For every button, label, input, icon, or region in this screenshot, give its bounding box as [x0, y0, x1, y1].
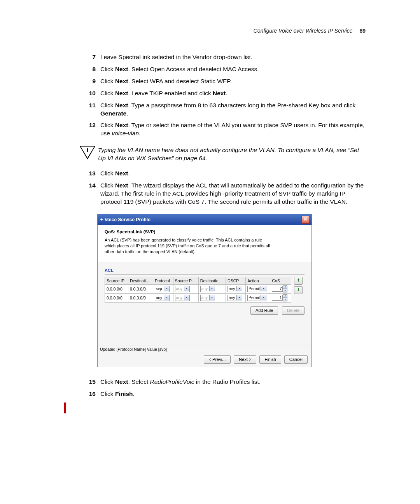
src-port-cell[interactable]: any▾ [173, 293, 198, 302]
step-number: 9 [70, 77, 100, 86]
voice-service-dialog: ✦ Voice Service Profile ✕ QoS: SpectraLi… [97, 214, 312, 367]
previous-button[interactable]: < Previ... [204, 355, 231, 364]
step-text: Click Next. [100, 170, 366, 178]
chevron-down-icon[interactable]: ▾ [209, 286, 215, 291]
step-number: 8 [70, 65, 100, 74]
chevron-down-icon[interactable]: ▾ [184, 286, 189, 291]
step-list-c: 15Click Next. Select RadioProfileVoic in… [70, 378, 366, 398]
header-title: Configure Voice over Wireless IP Service [254, 28, 353, 34]
cancel-button[interactable]: Cancel [284, 355, 308, 364]
chevron-down-icon[interactable]: ▾ [261, 286, 266, 291]
step-row: 13Click Next. [70, 170, 366, 178]
protocol-cell[interactable]: any▾ [153, 293, 173, 302]
spin-up-icon[interactable]: ▴ [283, 294, 287, 298]
step-row: 8Click Next. Select Open Access and dese… [70, 65, 366, 74]
combo-cell[interactable]: Permit▾ [247, 295, 266, 301]
acl-column-header[interactable]: Destinatio... [198, 277, 226, 284]
step-text: Click Next. The wizard displays the ACL … [100, 182, 366, 206]
cos-cell[interactable]: 7▴▾ [270, 284, 291, 293]
protocol-cell[interactable]: svp▾ [153, 284, 173, 293]
combo-cell[interactable]: any▾ [200, 295, 215, 301]
chevron-down-icon[interactable]: ▾ [164, 295, 169, 300]
step-row: 15Click Next. Select RadioProfileVoic in… [70, 378, 366, 386]
combo-cell[interactable]: any▾ [155, 295, 170, 301]
step-text: Leave SpectraLink selected in the Vendor… [100, 53, 366, 61]
change-bar [64, 402, 66, 413]
combo-cell[interactable]: Permit▾ [247, 286, 266, 292]
dscp-cell[interactable]: any▾ [226, 284, 246, 293]
cos-cell[interactable]: -1▴▾ [270, 293, 291, 302]
page-header: Configure Voice over Wireless IP Service… [70, 27, 366, 35]
combo-cell[interactable]: any▾ [200, 286, 215, 292]
dialog-body: ACL Source IPDestinati...ProtocolSource … [98, 262, 312, 345]
spin-up-icon[interactable]: ▴ [283, 285, 287, 289]
src-ip-cell: 0.0.0.0/0 [105, 284, 128, 293]
combo-cell[interactable]: any▾ [175, 286, 190, 292]
qos-description: An ACL (SVP) has been generated to class… [105, 237, 272, 255]
dst-port-cell[interactable]: any▾ [198, 284, 226, 293]
dscp-cell[interactable]: any▾ [226, 293, 246, 302]
step-number: 13 [70, 170, 100, 178]
combo-cell[interactable]: any▾ [228, 295, 242, 301]
src-ip-cell: 0.0.0.0/0 [105, 293, 128, 302]
dst-ip-cell: 0.0.0.0/0 [128, 284, 153, 293]
step-number: 11 [70, 102, 100, 118]
table-row[interactable]: 0.0.0.0/00.0.0.0/0svp▾any▾any▾any▾Permit… [105, 284, 291, 293]
step-text: Click Next. Select Open Access and desel… [100, 65, 366, 74]
step-row: 12Click Next. Type or select the name of… [70, 121, 366, 138]
delete-button: Delete [282, 306, 304, 315]
move-up-button[interactable]: ⬆ [294, 277, 303, 285]
acl-column-header[interactable]: CoS [270, 277, 291, 284]
chevron-down-icon[interactable]: ▾ [261, 295, 266, 300]
step-number: 15 [70, 378, 100, 386]
step-number: 16 [70, 390, 100, 398]
action-cell[interactable]: Permit▾ [246, 293, 270, 302]
move-down-button[interactable]: ⬇ [294, 286, 303, 294]
app-icon: ✦ [100, 217, 103, 222]
acl-column-header[interactable]: Destinati... [128, 277, 153, 284]
dst-ip-cell: 0.0.0.0/0 [128, 293, 153, 302]
acl-column-header[interactable]: Action [246, 277, 270, 284]
dst-port-cell[interactable]: any▾ [198, 293, 226, 302]
close-icon[interactable]: ✕ [301, 216, 309, 224]
step-text: Click Next. Type or select the name of t… [100, 121, 366, 138]
chevron-down-icon[interactable]: ▾ [164, 286, 169, 291]
page-number: 89 [359, 28, 366, 34]
chevron-down-icon[interactable]: ▾ [236, 286, 242, 291]
acl-column-header[interactable]: Source P... [173, 277, 198, 284]
finish-button[interactable]: Finish [259, 355, 281, 364]
spin-down-icon[interactable]: ▾ [283, 289, 287, 292]
chevron-down-icon[interactable]: ▾ [184, 295, 189, 300]
step-list-a: 7Leave SpectraLink selected in the Vendo… [70, 53, 366, 138]
note-text: Typing the VLAN name here does not actua… [98, 145, 366, 163]
dialog-title: Voice Service Profile [105, 217, 150, 223]
spin-down-icon[interactable]: ▾ [283, 298, 287, 301]
step-text: Click Finish. [100, 390, 366, 398]
combo-cell[interactable]: any▾ [228, 286, 242, 292]
next-button[interactable]: Next > [234, 355, 256, 364]
combo-cell[interactable]: svp▾ [155, 286, 170, 292]
qos-heading: QoS: SpectraLink (SVP) [105, 229, 304, 235]
step-text: Click Next. Select WPA and deselect Stat… [100, 77, 366, 86]
acl-column-header[interactable]: Source IP [105, 277, 128, 284]
step-number: 10 [70, 89, 100, 98]
acl-column-header[interactable]: DSCP [226, 277, 246, 284]
chevron-down-icon[interactable]: ▾ [236, 295, 242, 300]
cos-spinner[interactable]: -1▴▾ [272, 294, 287, 301]
step-text: Click Next. Select RadioProfileVoic in t… [100, 378, 366, 386]
step-row: 16Click Finish. [70, 390, 366, 398]
step-row: 9Click Next. Select WPA and deselect Sta… [70, 77, 366, 86]
add-rule-button[interactable]: Add Rule [250, 306, 278, 315]
note-row: i Typing the VLAN name here does not act… [70, 145, 366, 163]
step-text: Click Next. Leave TKIP enabled and click… [100, 89, 366, 98]
action-cell[interactable]: Permit▾ [246, 284, 270, 293]
cos-spinner[interactable]: 7▴▾ [272, 285, 287, 292]
src-port-cell[interactable]: any▾ [173, 284, 198, 293]
step-row: 14Click Next. The wizard displays the AC… [70, 182, 366, 206]
combo-cell[interactable]: any▾ [175, 295, 190, 301]
table-row[interactable]: 0.0.0.0/00.0.0.0/0any▾any▾any▾any▾Permit… [105, 293, 291, 302]
step-text: Click Next. Type a passphrase from 8 to … [100, 102, 366, 118]
acl-column-header[interactable]: Protocol [153, 277, 173, 284]
dialog-titlebar[interactable]: ✦ Voice Service Profile ✕ [98, 214, 312, 225]
chevron-down-icon[interactable]: ▾ [209, 295, 215, 300]
